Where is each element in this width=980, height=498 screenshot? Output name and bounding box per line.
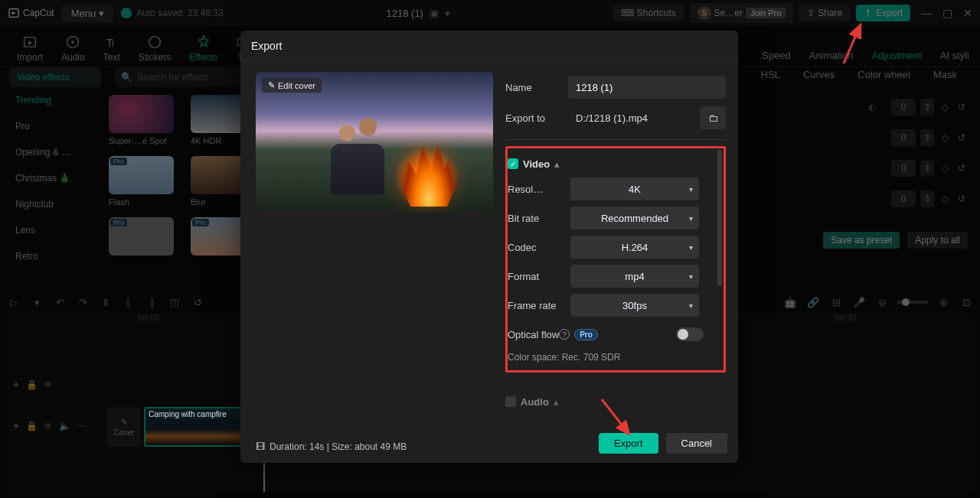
framerate-label: Frame rate bbox=[508, 300, 570, 311]
export-form: Name 1218 (1) Export to D:/1218 (1).mp4 … bbox=[505, 72, 735, 412]
chevron-down-icon: ▾ bbox=[689, 301, 693, 310]
row-optical-flow: Optical flow ? Pro bbox=[508, 320, 719, 349]
optical-flow-toggle[interactable] bbox=[676, 327, 704, 341]
modal-title: Export bbox=[240, 31, 738, 61]
divider bbox=[505, 139, 726, 140]
info-icon[interactable]: ? bbox=[559, 329, 570, 340]
resolution-label: Resol… bbox=[508, 184, 570, 195]
optical-flow-label: Optical flow bbox=[508, 329, 559, 340]
cover-column: ✎ Edit cover bbox=[256, 72, 493, 412]
chevron-down-icon: ▾ bbox=[689, 185, 693, 194]
exportto-label: Export to bbox=[505, 112, 568, 124]
cancel-button[interactable]: Cancel bbox=[666, 433, 727, 454]
export-duration: 🎞 Duration: 14s | Size: about 49 MB bbox=[256, 441, 407, 452]
chevron-down-icon: ▾ bbox=[689, 272, 693, 281]
name-input[interactable]: 1218 (1) bbox=[568, 76, 726, 99]
clip-title: Camping with campfire bbox=[149, 410, 227, 418]
bitrate-label: Bit rate bbox=[508, 213, 570, 224]
film-icon: 🎞 bbox=[256, 441, 265, 452]
color-space-text: Color space: Rec. 709 SDR bbox=[508, 349, 719, 366]
chevron-down-icon: ▾ bbox=[689, 214, 693, 223]
pro-chip: Pro bbox=[574, 329, 598, 340]
chevron-up-icon: ▴ bbox=[554, 396, 559, 408]
video-section-highlight: ✓ Video ▴ Resol… 4K▾ Bit rate Recommende… bbox=[505, 146, 726, 373]
name-label: Name bbox=[505, 82, 568, 93]
codec-label: Codec bbox=[508, 242, 570, 253]
people-silhouette bbox=[323, 118, 392, 194]
edit-cover-button[interactable]: ✎ Edit cover bbox=[262, 78, 322, 93]
audio-section-header[interactable]: Audio ▴ bbox=[505, 391, 726, 412]
scrollbar-thumb[interactable] bbox=[717, 150, 722, 286]
resolution-select[interactable]: 4K▾ bbox=[570, 177, 699, 200]
export-cover-preview: ✎ Edit cover bbox=[256, 72, 493, 213]
exportto-path: D:/1218 (1).mp4 bbox=[568, 106, 695, 129]
framerate-select[interactable]: 30fps▾ bbox=[570, 294, 699, 317]
row-export-to: Export to D:/1218 (1).mp4 🗀 bbox=[505, 103, 726, 133]
video-label: Video bbox=[523, 158, 550, 170]
browse-folder-button[interactable]: 🗀 bbox=[700, 106, 726, 129]
export-modal: Export ✎ Edit cover Name 1218 (1) Export… bbox=[240, 31, 738, 463]
format-label: Format bbox=[508, 271, 570, 282]
chevron-up-icon: ▴ bbox=[554, 158, 560, 170]
export-button[interactable]: Export bbox=[599, 433, 658, 454]
format-select[interactable]: mp4▾ bbox=[570, 265, 699, 288]
campfire-flames bbox=[398, 138, 459, 207]
bitrate-select[interactable]: Recommended▾ bbox=[570, 207, 699, 229]
folder-icon: 🗀 bbox=[708, 112, 718, 124]
codec-select[interactable]: H.264▾ bbox=[570, 236, 699, 259]
checkbox-checked-icon[interactable]: ✓ bbox=[508, 158, 518, 169]
audio-label: Audio bbox=[521, 396, 549, 408]
video-section-header[interactable]: ✓ Video ▴ bbox=[508, 153, 719, 174]
chevron-down-icon: ▾ bbox=[689, 243, 693, 252]
pencil-icon: ✎ bbox=[268, 80, 275, 90]
row-name: Name 1218 (1) bbox=[505, 72, 726, 103]
checkbox-unchecked-icon[interactable] bbox=[505, 396, 516, 407]
